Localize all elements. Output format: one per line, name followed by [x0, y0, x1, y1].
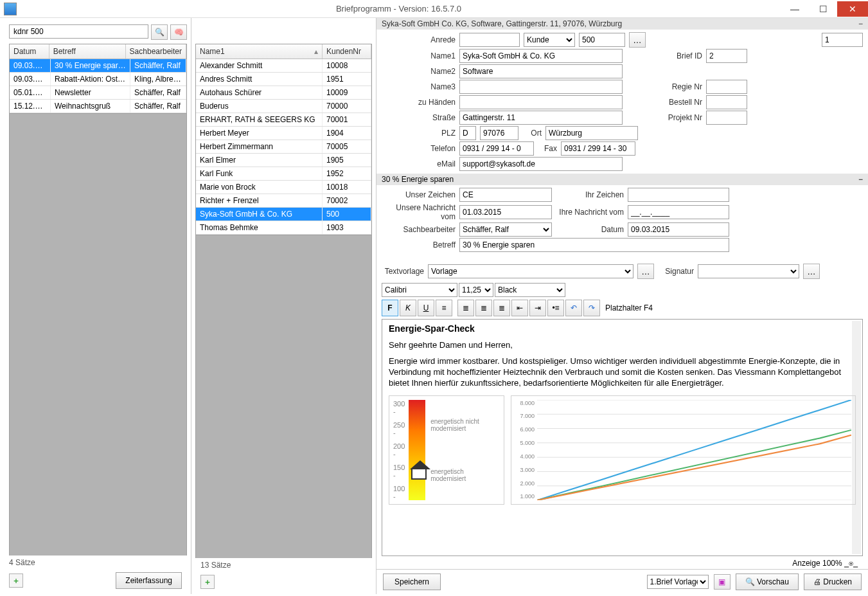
- letters-grid[interactable]: Datum Betreff Sachbearbeiter 09.03.20153…: [9, 44, 187, 114]
- add-letter-button[interactable]: ＋: [9, 573, 23, 588]
- table-row[interactable]: Herbert Meyer1904: [196, 127, 371, 140]
- table-row[interactable]: 05.01.2015NewsletterSchäffer, Ralf: [10, 86, 186, 100]
- table-row[interactable]: Richter + Frenzel70002: [196, 194, 371, 208]
- letter-editor[interactable]: Energie-Spar-Check Sehr geehrte Damen un…: [382, 319, 863, 556]
- zeiterfassung-button[interactable]: Zeiterfassung: [116, 572, 182, 589]
- col-name1[interactable]: Name1 ▴: [196, 44, 323, 59]
- name2-input[interactable]: [459, 64, 623, 78]
- brain-button[interactable]: 🧠: [170, 24, 187, 40]
- outdent-button[interactable]: ⇤: [511, 300, 528, 316]
- table-row[interactable]: Alexander Schmitt10008: [196, 59, 371, 73]
- table-row[interactable]: Syka-Soft GmbH & Co. KG500: [196, 208, 371, 221]
- font-size-select[interactable]: 11,25: [459, 283, 493, 297]
- textvorlage-browse-button[interactable]: …: [637, 264, 654, 279]
- table-row[interactable]: Karl Elmer1905: [196, 154, 371, 167]
- magnifier-icon: 🔍: [155, 28, 164, 37]
- bullet-list-button[interactable]: •≡: [547, 300, 564, 316]
- align-right-button[interactable]: ≣: [493, 300, 510, 316]
- close-button[interactable]: ✕: [837, 1, 868, 17]
- minimize-button[interactable]: —: [781, 1, 809, 17]
- indent-button[interactable]: ⇥: [529, 300, 546, 316]
- table-row[interactable]: ERHART, RATH & SEEGERS KG70001: [196, 113, 371, 127]
- name1-input[interactable]: [459, 49, 623, 63]
- regienr-input[interactable]: [706, 80, 747, 94]
- table-row[interactable]: Karl Funk1952: [196, 167, 371, 181]
- col-kundennr[interactable]: KundenNr: [323, 44, 371, 59]
- font-color-select[interactable]: Black: [495, 283, 565, 297]
- lbl-projektnr: Projekt Nr: [666, 113, 702, 122]
- zoom-slider-icon[interactable]: ⎯◉⎯: [844, 559, 858, 568]
- briefid-input[interactable]: [706, 49, 747, 63]
- datum-input[interactable]: [628, 222, 729, 237]
- lbl-name1: Name1: [382, 51, 456, 60]
- signatur-browse-button[interactable]: …: [803, 264, 820, 279]
- vorlage-edit-button[interactable]: ▣: [714, 574, 731, 590]
- email-input[interactable]: [459, 157, 623, 171]
- undo-button[interactable]: ↶: [565, 300, 582, 316]
- sachbearbeiter-select[interactable]: Schäffer, Ralf: [459, 222, 552, 237]
- fax-input[interactable]: [561, 141, 635, 156]
- projektnr-input[interactable]: [706, 111, 747, 125]
- plz-input[interactable]: [480, 126, 518, 140]
- customers-grid-header[interactable]: Name1 ▴ KundenNr: [196, 44, 371, 59]
- anrede-nr-input[interactable]: [579, 33, 625, 47]
- speichern-button[interactable]: Speichern: [383, 573, 441, 590]
- body-heading: Energie-Spar-Check: [389, 323, 856, 334]
- col-sachbearbeiter[interactable]: Sachbearbeiter: [126, 44, 186, 59]
- telefon-input[interactable]: [459, 141, 534, 156]
- house-icon: [411, 468, 427, 480]
- format-toolbar: F K U ≡ ≣ ≣ ≣ ⇤ ⇥ •≡ ↶ ↷ Platzhalter F4: [376, 298, 868, 318]
- italic-button[interactable]: K: [400, 300, 416, 316]
- bold-button[interactable]: F: [382, 300, 398, 316]
- name3-input[interactable]: [459, 80, 623, 94]
- anrede-browse-button[interactable]: …: [629, 32, 646, 48]
- lbl-textvorlage: Textvorlage: [382, 267, 424, 276]
- align-center2-button[interactable]: ≣: [475, 300, 492, 316]
- vorlage-select[interactable]: 1.Brief Vorlage: [647, 575, 709, 589]
- betreff-input[interactable]: [459, 238, 729, 252]
- lbl-fax: Fax: [538, 144, 557, 153]
- col-datum[interactable]: Datum: [10, 44, 49, 59]
- table-row[interactable]: Thomas Behmke1903: [196, 221, 371, 235]
- land-input[interactable]: [459, 126, 476, 140]
- search-input[interactable]: [9, 24, 148, 39]
- table-row[interactable]: Marie von Brock10018: [196, 181, 371, 194]
- zuhanden-input[interactable]: [459, 95, 623, 109]
- letters-grid-header[interactable]: Datum Betreff Sachbearbeiter: [10, 44, 186, 59]
- underline-button[interactable]: U: [418, 300, 434, 316]
- unser-zeichen-input[interactable]: [459, 188, 552, 202]
- unsere-nachricht-input[interactable]: [459, 205, 552, 219]
- bestellnr-input[interactable]: [706, 95, 747, 109]
- vorschau-button[interactable]: 🔍 Vorschau: [736, 573, 799, 590]
- strasse-input[interactable]: [459, 111, 623, 125]
- anrede-typ-select[interactable]: Kunde: [524, 33, 575, 47]
- ort-input[interactable]: [545, 126, 638, 140]
- textvorlage-select[interactable]: Vorlage: [428, 264, 633, 278]
- table-row[interactable]: Andres Schmitt1951: [196, 73, 371, 86]
- table-row[interactable]: 15.12.2014WeihnachtsgrußSchäffer, Ralf: [10, 100, 186, 113]
- signatur-select[interactable]: [698, 264, 799, 278]
- align-center-button[interactable]: ≡: [436, 300, 452, 316]
- table-row[interactable]: Autohaus Schürer10009: [196, 86, 371, 100]
- search-button[interactable]: 🔍: [151, 24, 168, 40]
- titlebar: Briefprogramm - Version: 16.5.7.0 — ☐ ✕: [0, 0, 868, 18]
- font-family-select[interactable]: Calibri: [382, 283, 457, 297]
- lbl-ort: Ort: [522, 129, 542, 138]
- lbl-name3: Name3: [382, 82, 456, 91]
- col-betreff[interactable]: Betreff: [49, 44, 126, 59]
- table-row[interactable]: 09.03.2015Rabatt-Aktion: OsternKling, Al…: [10, 73, 186, 86]
- align-left-button[interactable]: ≣: [457, 300, 474, 316]
- sort-asc-icon: ▴: [314, 47, 318, 56]
- drucken-button[interactable]: 🖨 Drucken: [804, 573, 862, 590]
- anrede-input[interactable]: [459, 33, 520, 47]
- table-row[interactable]: Herbert Zimmermann70005: [196, 140, 371, 154]
- lfdnr-input[interactable]: [822, 33, 863, 47]
- maximize-button[interactable]: ☐: [809, 1, 837, 17]
- customers-grid[interactable]: Name1 ▴ KundenNr Alexander Schmitt10008A…: [195, 44, 372, 235]
- ihre-nachricht-input[interactable]: [628, 205, 729, 219]
- add-customer-button[interactable]: ＋: [200, 575, 215, 589]
- table-row[interactable]: Buderus70000: [196, 100, 371, 113]
- ihr-zeichen-input[interactable]: [628, 188, 729, 202]
- redo-button[interactable]: ↷: [583, 300, 600, 316]
- table-row[interactable]: 09.03.201530 % Energie sparenSchäffer, R…: [10, 59, 186, 73]
